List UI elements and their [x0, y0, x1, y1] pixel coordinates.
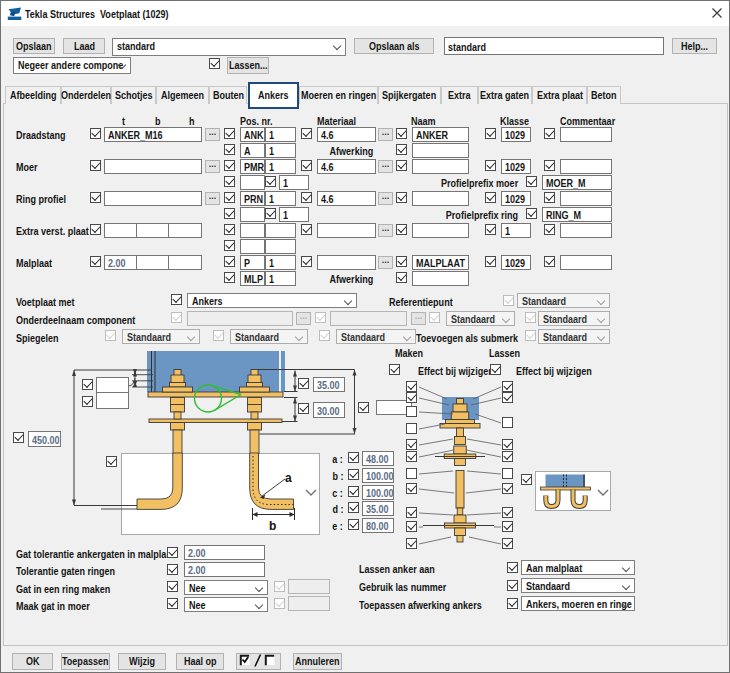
svg-text:b: b	[269, 519, 276, 533]
svg-text:a: a	[285, 471, 292, 485]
